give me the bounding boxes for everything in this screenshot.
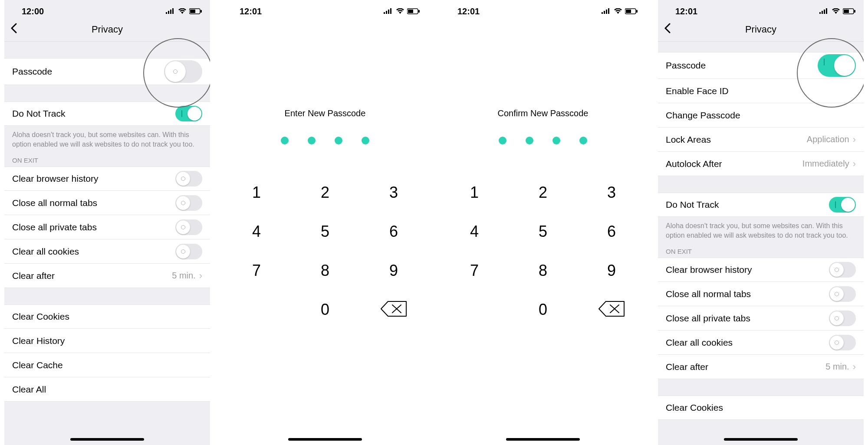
passcode-toggle[interactable] — [818, 54, 856, 77]
key-6[interactable]: 6 — [577, 222, 646, 241]
cellular-icon — [602, 8, 611, 14]
key-7[interactable]: 7 — [222, 262, 291, 280]
clear-after-row[interactable]: Clear after 5 min.› — [658, 355, 864, 379]
nav-header: Privacy — [658, 17, 864, 42]
passcode-dots — [222, 137, 428, 144]
wifi-icon — [396, 8, 404, 14]
clear-cookies-toggle-row[interactable]: Clear all cookies — [658, 330, 864, 355]
row-label: Clear History — [12, 336, 65, 346]
clear-history-action[interactable]: Clear History — [4, 329, 210, 353]
status-bar: 12:01 — [440, 0, 646, 17]
row-label: Close all private tabs — [666, 313, 750, 324]
home-indicator[interactable] — [70, 438, 144, 441]
status-icons — [384, 8, 420, 14]
svg-rect-1 — [168, 11, 169, 14]
close-normal-row[interactable]: Close all normal tabs — [4, 191, 210, 215]
passcode-row[interactable]: Passcode — [658, 52, 864, 79]
close-normal-row[interactable]: Close all normal tabs — [658, 282, 864, 306]
close-private-row[interactable]: Close all private tabs — [658, 306, 864, 330]
chevron-right-icon: › — [853, 134, 856, 145]
key-6[interactable]: 6 — [359, 222, 428, 241]
clear-history-row[interactable]: Clear browser history — [658, 258, 864, 282]
key-3[interactable]: 3 — [577, 183, 646, 202]
clear-cookies-toggle-row[interactable]: Clear all cookies — [4, 239, 210, 264]
status-time: 12:01 — [675, 7, 697, 16]
lock-areas-row[interactable]: Lock Areas Application› — [658, 128, 864, 152]
dnt-label: Do Not Track — [12, 108, 66, 119]
clear-cookies-action[interactable]: Clear Cookies — [4, 304, 210, 329]
clear-cookies-toggle[interactable] — [829, 335, 856, 350]
close-private-toggle[interactable] — [175, 219, 202, 235]
row-label: Change Passcode — [666, 110, 740, 121]
clear-cookies-action[interactable]: Clear Cookies — [658, 396, 864, 420]
battery-icon — [843, 8, 856, 14]
status-icons — [166, 8, 202, 14]
close-private-toggle[interactable] — [829, 311, 856, 326]
dnt-toggle[interactable] — [829, 197, 856, 213]
back-button[interactable] — [664, 23, 671, 36]
key-delete[interactable] — [577, 301, 646, 319]
key-4[interactable]: 4 — [222, 222, 291, 241]
autolock-row[interactable]: Autolock After Immediately› — [658, 152, 864, 176]
home-indicator[interactable] — [724, 438, 798, 441]
passcode-row[interactable]: Passcode — [4, 58, 210, 85]
home-indicator[interactable] — [506, 438, 580, 441]
key-5[interactable]: 5 — [291, 222, 359, 241]
key-8[interactable]: 8 — [509, 262, 577, 280]
clear-all-action[interactable]: Clear All — [4, 377, 210, 402]
row-label: Autolock After — [666, 159, 722, 169]
key-3[interactable]: 3 — [359, 183, 428, 202]
key-0[interactable]: 0 — [509, 301, 577, 319]
row-label: Lock Areas — [666, 134, 711, 145]
dnt-row[interactable]: Do Not Track — [658, 193, 864, 217]
cellular-icon — [819, 8, 829, 14]
row-label: Clear all cookies — [666, 337, 733, 348]
battery-icon — [189, 8, 202, 14]
clear-history-toggle[interactable] — [175, 171, 202, 187]
clear-cookies-toggle[interactable] — [175, 244, 202, 259]
backspace-icon — [359, 301, 428, 317]
row-label: Clear Cache — [12, 360, 63, 370]
svg-rect-7 — [384, 12, 385, 14]
svg-rect-17 — [608, 8, 609, 14]
clear-history-row[interactable]: Clear browser history — [4, 167, 210, 191]
key-0[interactable]: 0 — [291, 301, 359, 319]
svg-rect-2 — [170, 10, 171, 14]
battery-icon — [625, 8, 638, 14]
key-9[interactable]: 9 — [359, 262, 428, 280]
passcode-label: Passcode — [666, 60, 706, 71]
chevron-left-icon — [664, 23, 671, 33]
key-1[interactable]: 1 — [222, 183, 291, 202]
passcode-toggle[interactable] — [164, 60, 202, 83]
close-private-row[interactable]: Close all private tabs — [4, 215, 210, 239]
key-9[interactable]: 9 — [577, 262, 646, 280]
dnt-row[interactable]: Do Not Track — [4, 101, 210, 126]
key-2[interactable]: 2 — [291, 183, 359, 202]
key-2[interactable]: 2 — [509, 183, 577, 202]
cellular-icon — [166, 8, 175, 14]
svg-rect-8 — [386, 11, 387, 14]
key-4[interactable]: 4 — [440, 222, 509, 241]
status-icons — [819, 8, 856, 14]
key-8[interactable]: 8 — [291, 262, 359, 280]
row-label: Enable Face ID — [666, 86, 729, 96]
enable-faceid-row[interactable]: Enable Face ID — [658, 79, 864, 103]
clear-after-row[interactable]: Clear after 5 min. › — [4, 264, 210, 288]
status-time: 12:01 — [240, 7, 262, 16]
page-title: Privacy — [745, 24, 776, 35]
close-normal-toggle[interactable] — [175, 195, 202, 211]
back-button[interactable] — [10, 23, 17, 36]
key-1[interactable]: 1 — [440, 183, 509, 202]
key-5[interactable]: 5 — [509, 222, 577, 241]
clear-cache-action[interactable]: Clear Cache — [4, 353, 210, 377]
change-passcode-row[interactable]: Change Passcode — [658, 103, 864, 128]
close-normal-toggle[interactable] — [829, 286, 856, 302]
dnt-toggle[interactable] — [175, 106, 202, 121]
key-7[interactable]: 7 — [440, 262, 509, 280]
svg-rect-14 — [602, 12, 603, 14]
row-label: Close all normal tabs — [666, 289, 751, 299]
home-indicator[interactable] — [288, 438, 362, 441]
page-title: Privacy — [92, 24, 123, 35]
clear-history-toggle[interactable] — [829, 262, 856, 278]
key-delete[interactable] — [359, 301, 428, 319]
